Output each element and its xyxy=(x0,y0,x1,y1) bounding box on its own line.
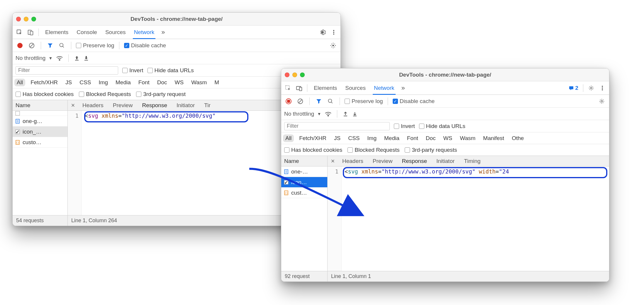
name-column-header[interactable]: Name xyxy=(281,156,327,166)
traffic-close[interactable] xyxy=(16,17,21,21)
type-manifest-trunc[interactable]: M xyxy=(212,79,221,86)
hide-data-urls-checkbox[interactable]: Hide data URLs xyxy=(148,67,194,74)
settings-icon[interactable] xyxy=(586,83,596,93)
type-media[interactable]: Media xyxy=(382,134,402,142)
type-media[interactable]: Media xyxy=(113,79,133,86)
request-row-selected[interactable]: icon_… xyxy=(13,127,67,137)
type-font[interactable]: Font xyxy=(136,79,152,86)
blocked-cookies-checkbox[interactable]: Has blocked cookies xyxy=(16,91,74,97)
traffic-close[interactable] xyxy=(285,73,289,77)
type-wasm[interactable]: Wasm xyxy=(457,134,478,142)
type-css[interactable]: CSS xyxy=(346,134,362,142)
preserve-log-checkbox[interactable]: Preserve log xyxy=(76,42,114,49)
type-all[interactable]: All xyxy=(14,79,25,86)
tab-network[interactable]: Network xyxy=(370,81,398,95)
wifi-icon[interactable] xyxy=(56,55,63,61)
response-body[interactable]: 1 <svg xmlns="http://www.w3.org/2000/svg… xyxy=(328,166,609,271)
detail-tab-preview[interactable]: Preview xyxy=(369,156,397,166)
upload-icon[interactable] xyxy=(343,111,348,117)
type-ws[interactable]: WS xyxy=(172,79,186,86)
more-tabs-icon[interactable]: » xyxy=(159,28,167,36)
response-code[interactable]: <svg xmlns="http://www.w3.org/2000/svg" … xyxy=(342,166,609,271)
filter-input[interactable] xyxy=(284,122,390,130)
type-manifest[interactable]: Manifest xyxy=(481,134,506,142)
tab-network[interactable]: Network xyxy=(131,26,158,39)
throttle-select[interactable]: No throttling ▼ xyxy=(16,55,52,61)
type-img[interactable]: Img xyxy=(96,79,110,86)
detail-tab-initiator[interactable]: Initiator xyxy=(432,156,459,166)
filter-icon[interactable] xyxy=(314,97,323,106)
name-column-header[interactable]: Name xyxy=(13,100,67,111)
detail-tab-timing[interactable]: Tir xyxy=(200,100,214,110)
inspect-icon[interactable] xyxy=(14,27,24,37)
settings-icon[interactable] xyxy=(318,27,328,37)
request-row[interactable]: one-g… xyxy=(13,116,67,127)
type-font[interactable]: Font xyxy=(405,134,421,142)
download-icon[interactable] xyxy=(83,55,89,61)
third-party-checkbox[interactable]: 3rd-party requests xyxy=(405,147,457,153)
truncated-row[interactable] xyxy=(13,111,67,116)
invert-checkbox[interactable]: Invert xyxy=(394,123,415,129)
detail-tab-response[interactable]: Response xyxy=(398,156,431,166)
type-css[interactable]: CSS xyxy=(77,79,93,86)
type-js[interactable]: JS xyxy=(63,79,74,86)
type-fetch[interactable]: Fetch/XHR xyxy=(297,134,329,142)
request-row[interactable]: one-… xyxy=(281,166,327,177)
tab-elements[interactable]: Elements xyxy=(42,26,72,39)
blocked-requests-checkbox[interactable]: Blocked Requests xyxy=(79,91,131,97)
more-tabs-icon[interactable]: » xyxy=(399,84,407,92)
disable-cache-checkbox[interactable]: ✓Disable cache xyxy=(393,98,435,105)
close-details-icon[interactable]: × xyxy=(329,157,337,165)
detail-tab-preview[interactable]: Preview xyxy=(109,100,137,110)
close-details-icon[interactable]: × xyxy=(69,102,77,109)
detail-tab-headers[interactable]: Headers xyxy=(338,156,367,166)
traffic-zoom[interactable] xyxy=(300,73,305,77)
tab-elements[interactable]: Elements xyxy=(310,81,340,95)
tab-sources[interactable]: Sources xyxy=(102,26,129,39)
request-row-selected[interactable]: icon… xyxy=(281,177,327,188)
type-wasm[interactable]: Wasm xyxy=(189,79,209,86)
detail-tab-headers[interactable]: Headers xyxy=(78,100,108,110)
type-img[interactable]: Img xyxy=(365,134,379,142)
record-button[interactable] xyxy=(284,97,293,106)
request-row[interactable]: {} custo… xyxy=(13,137,67,148)
type-doc[interactable]: Doc xyxy=(423,134,438,142)
type-ws[interactable]: WS xyxy=(441,134,455,142)
kebab-menu-icon[interactable] xyxy=(597,83,607,93)
disable-cache-checkbox[interactable]: ✓Disable cache xyxy=(124,42,166,49)
inspect-icon[interactable] xyxy=(283,83,293,93)
detail-tab-timing[interactable]: Timing xyxy=(460,156,484,166)
wifi-icon[interactable] xyxy=(325,111,332,117)
record-button[interactable] xyxy=(16,41,24,50)
filter-input[interactable] xyxy=(16,66,118,75)
network-settings-icon[interactable] xyxy=(329,41,338,50)
type-all[interactable]: All xyxy=(283,134,294,142)
detail-tab-initiator[interactable]: Initiator xyxy=(172,100,199,110)
invert-checkbox[interactable]: Invert xyxy=(122,67,143,74)
type-js[interactable]: JS xyxy=(332,134,343,142)
type-doc[interactable]: Doc xyxy=(155,79,170,86)
request-row[interactable]: {} cust… xyxy=(281,188,327,198)
search-icon[interactable] xyxy=(57,41,66,50)
issues-badge[interactable]: 2 xyxy=(567,85,580,91)
preserve-log-checkbox[interactable]: Preserve log xyxy=(345,98,383,105)
traffic-minimize[interactable] xyxy=(292,73,297,77)
throttle-select[interactable]: No throttling ▼ xyxy=(284,111,321,117)
blocked-requests-checkbox[interactable]: Blocked Requests xyxy=(348,147,399,153)
blocked-cookies-checkbox[interactable]: Has blocked cookies xyxy=(284,147,342,153)
tab-console[interactable]: Console xyxy=(73,26,101,39)
filter-icon[interactable] xyxy=(46,41,55,50)
kebab-menu-icon[interactable] xyxy=(329,27,339,37)
type-other[interactable]: Othe xyxy=(509,134,526,142)
type-fetch[interactable]: Fetch/XHR xyxy=(28,79,60,86)
tab-sources[interactable]: Sources xyxy=(342,81,369,95)
traffic-zoom[interactable] xyxy=(31,17,36,21)
traffic-minimize[interactable] xyxy=(24,17,28,21)
network-settings-icon[interactable] xyxy=(597,97,606,106)
clear-icon[interactable] xyxy=(296,97,305,106)
upload-icon[interactable] xyxy=(74,55,80,61)
download-icon[interactable] xyxy=(352,111,358,117)
device-toggle-icon[interactable] xyxy=(26,27,35,37)
detail-tab-response[interactable]: Response xyxy=(138,100,171,110)
clear-icon[interactable] xyxy=(27,41,36,50)
